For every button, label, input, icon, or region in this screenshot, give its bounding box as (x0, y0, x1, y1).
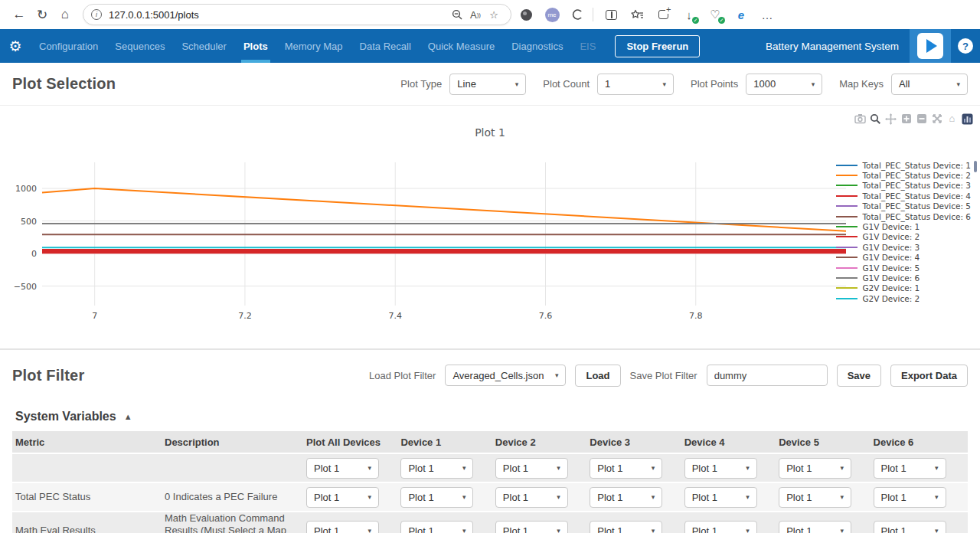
legend-item[interactable]: G1V Device: 2 (836, 232, 971, 242)
legend-item[interactable]: G1V Device: 3 (836, 242, 971, 252)
legend-item[interactable]: G2V Device: 2 (836, 293, 971, 303)
load-plot-filter-select[interactable]: Averaged_Cells.json▾ (445, 365, 566, 386)
camera-icon[interactable] (854, 113, 867, 125)
plot-select-row2-device-1[interactable]: Plot 1▾ (400, 521, 473, 533)
plot-select-row0-device-4[interactable]: Plot 1▾ (684, 458, 757, 479)
legend-item[interactable]: G1V Device: 6 (836, 273, 971, 283)
downloads-icon[interactable]: ↓✓ (678, 4, 701, 25)
collections-icon[interactable] (652, 4, 675, 25)
plot-select-row2-device-4[interactable]: Plot 1▾ (684, 521, 757, 533)
url-text[interactable]: 127.0.0.1:5001/plots (109, 9, 448, 21)
extension-sphere-icon[interactable] (514, 4, 537, 25)
plot-filter-bar: Plot Filter Load Plot Filter Averaged_Ce… (0, 348, 980, 401)
zoom-out-mode-icon[interactable] (915, 113, 928, 125)
plot-select-row0-plot-all-devices[interactable]: Plot 1▾ (306, 458, 379, 479)
legend-item[interactable]: Total_PEC_Status Device: 2 (836, 170, 971, 180)
nav-item-configuration[interactable]: Configuration (31, 29, 106, 63)
load-button[interactable]: Load (575, 365, 620, 387)
plot-select-row1-device-3[interactable]: Plot 1▾ (590, 487, 662, 508)
map-keys-select[interactable]: All▾ (891, 74, 968, 95)
plot-select-row1-plot-all-devices[interactable]: Plot 1▾ (306, 487, 379, 508)
plotly-logo-icon[interactable] (961, 113, 974, 125)
legend-label: G1V Device: 3 (862, 243, 920, 252)
legend-item[interactable]: Total_PEC_Status Device: 4 (836, 191, 971, 201)
profile-avatar[interactable]: me (541, 4, 564, 25)
address-bar[interactable]: i 127.0.0.1:5001/plots A)) ☆ (83, 4, 511, 25)
settings-gear-icon[interactable]: ⚙ (0, 29, 31, 63)
back-icon[interactable]: ← (8, 3, 31, 26)
legend-item[interactable]: Total_PEC_Status Device: 3 (836, 181, 971, 191)
plot-select-row0-device-6[interactable]: Plot 1▾ (874, 458, 946, 479)
legend-item[interactable]: G1V Device: 1 (836, 221, 971, 231)
plot-type-select[interactable]: Line▾ (449, 74, 526, 95)
plot-select-row2-device-2[interactable]: Plot 1▾ (495, 521, 568, 533)
plot-select-row0-device-5[interactable]: Plot 1▾ (779, 458, 851, 479)
export-data-button[interactable]: Export Data (890, 365, 968, 387)
legend-item[interactable]: Total_PEC_Status Device: 5 (836, 201, 971, 211)
nav-item-plots[interactable]: Plots (235, 29, 276, 63)
nav-item-data-recall[interactable]: Data Recall (351, 29, 420, 63)
plot-select-row0-device-2[interactable]: Plot 1▾ (495, 458, 568, 479)
plot-select-row1-device-1[interactable]: Plot 1▾ (400, 487, 473, 508)
site-info-icon[interactable]: i (91, 9, 102, 20)
plot-select-row1-device-2[interactable]: Plot 1▾ (495, 487, 568, 508)
pan-icon[interactable] (884, 113, 897, 125)
stop-freerun-button[interactable]: Stop Freerun (615, 35, 700, 57)
plot-select-row2-device-3[interactable]: Plot 1▾ (590, 521, 662, 533)
plot-select-row0-device-1[interactable]: Plot 1▾ (400, 458, 473, 479)
legend-item[interactable]: G1V Device: 4 (836, 253, 971, 263)
home-icon[interactable]: ⌂ (54, 3, 77, 26)
legend-swatch (836, 185, 858, 186)
zoom-out-icon[interactable] (448, 5, 466, 24)
chevron-down-icon: ▾ (663, 80, 667, 88)
legend-item[interactable]: Total_PEC_Status Device: 6 (836, 211, 971, 221)
help-icon[interactable]: ? (958, 38, 973, 54)
zoom-select-icon[interactable] (869, 113, 882, 125)
plot-count-select[interactable]: 1▾ (597, 74, 674, 95)
plot-points-select[interactable]: 1000▾ (746, 74, 822, 95)
refresh-icon[interactable]: ↻ (31, 3, 54, 26)
favorite-star-icon[interactable]: ☆ (485, 5, 503, 24)
read-aloud-icon[interactable]: A)) (466, 5, 485, 24)
legend-item[interactable]: G2V Device: 1 (836, 283, 971, 293)
plot-select-row1-device-5[interactable]: Plot 1▾ (779, 487, 851, 508)
legend-item[interactable]: G1V Device: 5 (836, 263, 971, 273)
plot-area[interactable]: 10005000−50077.27.47.67.8 (0, 106, 980, 348)
system-variables-title: System Variables (15, 410, 116, 423)
nav-item-memory-map[interactable]: Memory Map (276, 29, 351, 63)
copilot-icon[interactable] (567, 4, 590, 25)
legend-label: Total_PEC_Status Device: 1 (862, 161, 971, 170)
column-header-device-6: Device 6 (874, 437, 968, 448)
reset-axes-icon[interactable]: ⌂ (946, 113, 959, 125)
plot-select-row2-device-6[interactable]: Plot 1▾ (874, 521, 946, 533)
column-header-metric: Metric (15, 437, 165, 448)
svg-text:7.8: 7.8 (689, 311, 703, 321)
nav-item-sequences[interactable]: Sequences (106, 29, 173, 63)
plot-select-row1-device-4[interactable]: Plot 1▾ (684, 487, 757, 508)
more-menu-icon[interactable]: … (756, 4, 779, 25)
nav-item-quick-measure[interactable]: Quick Measure (420, 29, 503, 63)
nav-item-scheduler[interactable]: Scheduler (173, 29, 235, 63)
browser-essentials-icon[interactable]: ♡✓ (704, 4, 727, 25)
svg-text:1000: 1000 (15, 184, 37, 194)
autoscale-icon[interactable] (930, 113, 943, 125)
favorites-icon[interactable] (626, 4, 648, 25)
legend-item[interactable]: Total_PEC_Status Device: 1 (836, 160, 971, 170)
save-button[interactable]: Save (837, 365, 881, 387)
chevron-down-icon: ▾ (652, 527, 655, 533)
edge-sidebar-icon[interactable]: e (730, 4, 753, 25)
legend-scrollbar[interactable] (974, 161, 977, 172)
nav-item-diagnostics[interactable]: Diagnostics (503, 29, 571, 63)
zoom-in-icon[interactable] (900, 113, 913, 125)
plot-select-row1-device-6[interactable]: Plot 1▾ (874, 487, 946, 508)
nav-item-eis[interactable]: EIS (571, 29, 604, 63)
run-button[interactable] (910, 29, 951, 63)
metric-cell: Math Eval Results (15, 525, 165, 533)
split-screen-icon[interactable] (599, 4, 622, 25)
plot-select-row2-device-5[interactable]: Plot 1▾ (779, 521, 851, 533)
plot-select-row0-device-3[interactable]: Plot 1▾ (590, 458, 662, 479)
plot-select-row2-plot-all-devices[interactable]: Plot 1▾ (306, 521, 379, 533)
description-cell: Math Evaluation Command Results (Must Se… (165, 512, 306, 533)
save-plot-filter-input[interactable] (707, 365, 828, 386)
collapse-arrow-icon[interactable]: ▲ (124, 412, 132, 421)
